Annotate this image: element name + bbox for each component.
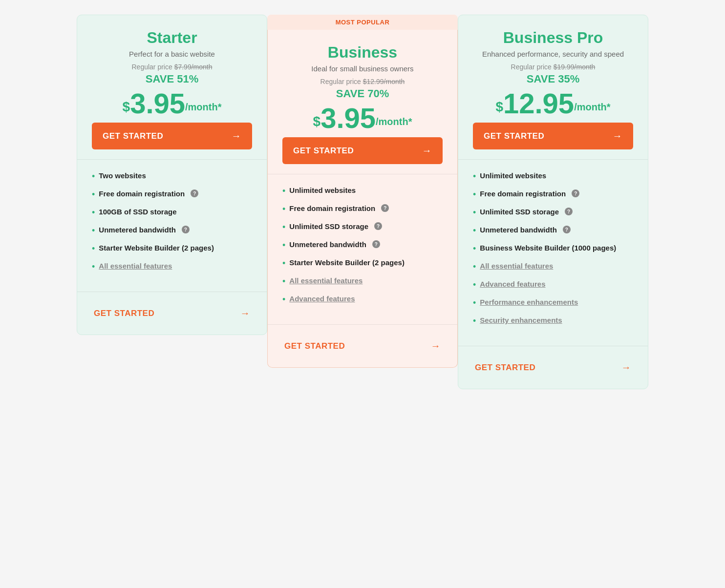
cta-label-business-pro: GET STARTED <box>484 131 544 141</box>
regular-price-business-pro: Regular price $19.99/month <box>473 63 633 71</box>
feature-text-business-pro-8[interactable]: Security enhancements <box>480 316 562 324</box>
price-dollar-business-pro: $ <box>495 100 503 114</box>
feature-text-business-1: Free domain registration <box>289 204 375 212</box>
feature-bullet-business-pro-2: • <box>473 208 476 217</box>
regular-price-starter: Regular price $7.99/month <box>92 63 252 71</box>
feature-text-business-pro-5[interactable]: All essential features <box>480 262 553 270</box>
price-amount-business: 3.95 <box>320 104 376 132</box>
arrow-icon-business-pro: → <box>613 130 623 142</box>
feature-text-business-5[interactable]: All essential features <box>289 276 362 285</box>
footer-cta-button-business[interactable]: GET STARTED→ <box>282 335 443 357</box>
feature-item-business-1: •Free domain registration? <box>282 204 443 213</box>
plan-features-business: •Unlimited websites•Free domain registra… <box>268 174 457 324</box>
save-label-starter: SAVE 51% <box>92 73 252 85</box>
plan-footer-business-pro: GET STARTED→ <box>458 346 648 389</box>
info-icon-business-pro-1[interactable]: ? <box>572 189 579 197</box>
arrow-icon-starter: → <box>232 130 242 142</box>
plan-header-business: BusinessIdeal for small business ownersR… <box>268 30 457 174</box>
feature-bullet-business-pro-4: • <box>473 244 476 253</box>
plan-tagline-starter: Perfect for a basic website <box>92 50 252 58</box>
feature-text-business-3: Unmetered bandwidth <box>289 240 366 249</box>
feature-item-business-pro-8: •Security enhancements <box>473 316 633 325</box>
feature-text-starter-4: Starter Website Builder (2 pages) <box>99 244 214 252</box>
feature-bullet-business-pro-1: • <box>473 190 476 199</box>
feature-text-starter-5[interactable]: All essential features <box>99 262 172 270</box>
feature-text-business-0: Unlimited websites <box>289 186 356 194</box>
price-dollar-business: $ <box>313 115 321 128</box>
cta-button-starter[interactable]: GET STARTED→ <box>92 123 252 149</box>
feature-item-business-3: •Unmetered bandwidth? <box>282 240 443 250</box>
feature-text-business-pro-3: Unmetered bandwidth <box>480 226 557 234</box>
plan-name-business-pro: Business Pro <box>473 29 633 47</box>
feature-bullet-starter-1: • <box>92 190 95 199</box>
feature-bullet-business-5: • <box>282 277 285 286</box>
feature-text-business-6[interactable]: Advanced features <box>289 294 355 303</box>
feature-item-business-4: •Starter Website Builder (2 pages) <box>282 258 443 268</box>
feature-item-starter-4: •Starter Website Builder (2 pages) <box>92 244 252 253</box>
plan-wrapper-business: MOST POPULARBusinessIdeal for small busi… <box>267 15 458 368</box>
save-label-business-pro: SAVE 35% <box>473 73 633 85</box>
feature-bullet-business-pro-8: • <box>473 316 476 325</box>
plan-name-starter: Starter <box>92 29 252 47</box>
info-icon-business-1[interactable]: ? <box>381 204 389 212</box>
most-popular-badge: MOST POPULAR <box>267 15 458 30</box>
price-amount-starter: 3.95 <box>130 89 185 118</box>
price-display-business-pro: $12.95/month* <box>473 89 633 118</box>
feature-bullet-business-1: • <box>282 205 285 213</box>
feature-bullet-business-2: • <box>282 223 285 231</box>
footer-cta-label-business: GET STARTED <box>284 341 345 351</box>
plan-name-business: Business <box>282 43 443 62</box>
info-icon-starter-1[interactable]: ? <box>191 189 198 197</box>
plan-card-business: BusinessIdeal for small business ownersR… <box>267 30 458 368</box>
plan-features-business-pro: •Unlimited websites•Free domain registra… <box>458 160 648 346</box>
info-icon-starter-3[interactable]: ? <box>182 226 190 233</box>
footer-arrow-icon-business-pro: → <box>621 362 632 373</box>
feature-item-business-pro-0: •Unlimited websites <box>473 171 633 181</box>
feature-item-starter-2: •100GB of SSD storage <box>92 208 252 217</box>
feature-text-business-pro-6[interactable]: Advanced features <box>480 280 545 288</box>
plan-tagline-business: Ideal for small business owners <box>282 64 443 73</box>
info-icon-business-2[interactable]: ? <box>374 222 382 230</box>
price-dollar-starter: $ <box>123 100 130 114</box>
feature-bullet-business-3: • <box>282 241 285 250</box>
feature-bullet-business-pro-5: • <box>473 262 476 271</box>
feature-text-business-pro-1: Free domain registration <box>480 189 566 198</box>
price-period-starter: /month* <box>185 102 221 113</box>
plan-card-starter: StarterPerfect for a basic websiteRegula… <box>77 15 267 335</box>
feature-text-starter-1: Free domain registration <box>99 189 185 198</box>
feature-bullet-starter-5: • <box>92 262 95 271</box>
feature-item-business-pro-1: •Free domain registration? <box>473 189 633 199</box>
feature-bullet-business-pro-0: • <box>473 172 476 181</box>
footer-cta-label-starter: GET STARTED <box>94 309 154 318</box>
feature-bullet-business-pro-6: • <box>473 280 476 289</box>
cta-label-business: GET STARTED <box>293 146 354 156</box>
feature-bullet-starter-3: • <box>92 226 95 235</box>
arrow-icon-business: → <box>422 145 432 156</box>
cta-button-business-pro[interactable]: GET STARTED→ <box>473 123 633 149</box>
feature-item-business-pro-2: •Unlimited SSD storage? <box>473 208 633 217</box>
feature-item-business-pro-5: •All essential features <box>473 262 633 271</box>
feature-bullet-business-4: • <box>282 259 285 268</box>
feature-item-business-2: •Unlimited SSD storage? <box>282 222 443 231</box>
info-icon-business-pro-2[interactable]: ? <box>565 208 573 215</box>
feature-text-business-2: Unlimited SSD storage <box>289 222 368 231</box>
feature-item-starter-0: •Two websites <box>92 171 252 181</box>
feature-text-business-4: Starter Website Builder (2 pages) <box>289 258 405 267</box>
cta-button-business[interactable]: GET STARTED→ <box>282 137 443 164</box>
info-icon-business-3[interactable]: ? <box>372 240 380 248</box>
regular-price-business: Regular price $12.99/month <box>282 78 443 85</box>
plan-header-starter: StarterPerfect for a basic websiteRegula… <box>77 15 267 160</box>
feature-item-business-0: •Unlimited websites <box>282 186 443 195</box>
price-amount-business-pro: 12.95 <box>503 89 574 118</box>
footer-cta-button-business-pro[interactable]: GET STARTED→ <box>473 356 633 379</box>
feature-text-business-pro-0: Unlimited websites <box>480 171 546 180</box>
footer-cta-button-starter[interactable]: GET STARTED→ <box>92 302 252 325</box>
feature-item-business-pro-3: •Unmetered bandwidth? <box>473 226 633 235</box>
plan-header-business-pro: Business ProEnhanced performance, securi… <box>458 15 648 160</box>
feature-item-business-5: •All essential features <box>282 276 443 286</box>
feature-text-business-pro-7[interactable]: Performance enhancements <box>480 298 578 306</box>
price-period-business: /month* <box>376 116 412 127</box>
feature-bullet-business-0: • <box>282 187 285 195</box>
info-icon-business-pro-3[interactable]: ? <box>563 226 571 233</box>
feature-item-business-6: •Advanced features <box>282 294 443 304</box>
